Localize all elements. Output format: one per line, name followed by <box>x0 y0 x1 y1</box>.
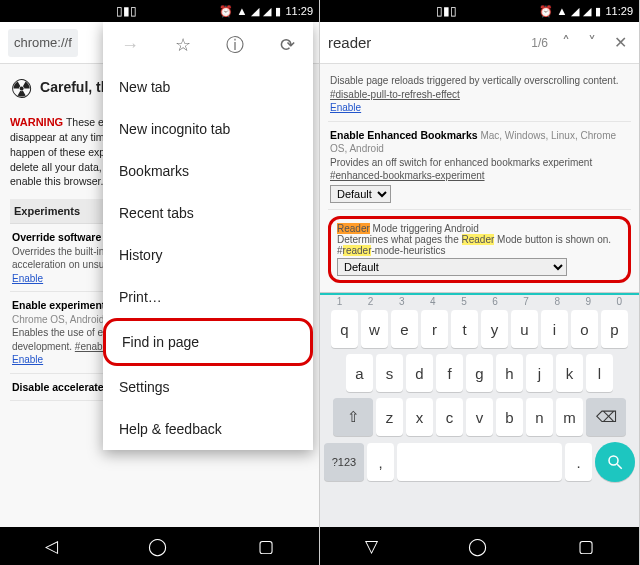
nav-bar: ▽ ◯ ▢ <box>320 527 639 565</box>
key-n[interactable]: n <box>526 398 553 436</box>
key-comma[interactable]: , <box>367 443 394 481</box>
wifi-icon: ▲ <box>237 5 248 17</box>
menu-help[interactable]: Help & feedback <box>103 408 313 450</box>
key-w[interactable]: w <box>361 310 388 348</box>
status-bar: ▯▮▯ ⏰ ▲ ◢ ◢ ▮ 11:29 <box>320 0 639 22</box>
find-prev-icon[interactable]: ˄ <box>558 33 574 52</box>
number-hint-row: 1234567890 <box>320 293 639 307</box>
key-period[interactable]: . <box>565 443 592 481</box>
warning-label: WARNING <box>10 116 63 128</box>
find-count: 1/6 <box>531 36 548 50</box>
key-u[interactable]: u <box>511 310 538 348</box>
flag-dropdown[interactable]: Default <box>337 258 567 276</box>
flag-item: Disable page reloads triggered by vertic… <box>328 68 631 122</box>
right-screen: ▯▮▯ ⏰ ▲ ◢ ◢ ▮ 11:29 1/6 ˄ ˅ ✕ Disable pa… <box>320 0 640 565</box>
nav-home-icon[interactable]: ◯ <box>148 536 167 557</box>
key-t[interactable]: t <box>451 310 478 348</box>
menu-print[interactable]: Print… <box>103 276 313 318</box>
find-input[interactable] <box>328 34 521 51</box>
highlight-match: Reader <box>462 234 495 245</box>
menu-bookmarks[interactable]: Bookmarks <box>103 150 313 192</box>
menu-find-in-page[interactable]: Find in page <box>103 318 313 366</box>
menu-new-incognito[interactable]: New incognito tab <box>103 108 313 150</box>
key-z[interactable]: z <box>376 398 403 436</box>
key-c[interactable]: c <box>436 398 463 436</box>
nav-recents-icon[interactable]: ▢ <box>578 536 594 557</box>
forward-icon[interactable]: → <box>121 35 139 56</box>
key-s[interactable]: s <box>376 354 403 392</box>
flag-enable-link[interactable]: Enable <box>12 273 43 284</box>
battery-icon: ▮ <box>595 5 601 18</box>
key-row-2: a s d f g h j k l <box>320 351 639 395</box>
nav-home-icon[interactable]: ◯ <box>468 536 487 557</box>
key-i[interactable]: i <box>541 310 568 348</box>
key-h[interactable]: h <box>496 354 523 392</box>
flag-dropdown[interactable]: Default <box>330 185 391 203</box>
menu-settings[interactable]: Settings <box>103 366 313 408</box>
key-d[interactable]: d <box>406 354 433 392</box>
star-icon[interactable]: ☆ <box>175 34 191 56</box>
flag-enable-link[interactable]: Enable <box>12 354 43 365</box>
key-f[interactable]: f <box>436 354 463 392</box>
reload-icon[interactable]: ⟳ <box>280 34 295 56</box>
key-shift[interactable]: ⇧ <box>333 398 373 436</box>
nav-recents-icon[interactable]: ▢ <box>258 536 274 557</box>
status-time: 11:29 <box>605 5 633 17</box>
flag-platforms: Android <box>444 223 478 234</box>
menu-icon-row: → ☆ ⓘ ⟳ <box>103 24 313 66</box>
alarm-icon: ⏰ <box>219 5 233 18</box>
highlighted-flag: Reader Mode triggering Android Determine… <box>328 216 631 283</box>
key-r[interactable]: r <box>421 310 448 348</box>
key-k[interactable]: k <box>556 354 583 392</box>
info-icon[interactable]: ⓘ <box>226 33 244 57</box>
menu-new-tab[interactable]: New tab <box>103 66 313 108</box>
status-time: 11:29 <box>285 5 313 17</box>
menu-recent-tabs[interactable]: Recent tabs <box>103 192 313 234</box>
nav-back-icon[interactable]: ▽ <box>365 536 378 557</box>
flag-desc: Disable page reloads triggered by vertic… <box>330 75 618 86</box>
wifi-icon: ▲ <box>557 5 568 17</box>
key-y[interactable]: y <box>481 310 508 348</box>
flag-hash: #disable-pull-to-refresh-effect <box>330 89 460 100</box>
page-content: Disable page reloads triggered by vertic… <box>320 64 639 292</box>
key-space[interactable] <box>397 443 562 481</box>
highlight-match: reader <box>343 245 372 256</box>
key-o[interactable]: o <box>571 310 598 348</box>
flag-desc: Provides an off switch for enhanced book… <box>330 157 592 168</box>
key-l[interactable]: l <box>586 354 613 392</box>
key-x[interactable]: x <box>406 398 433 436</box>
key-p[interactable]: p <box>601 310 628 348</box>
url-bar[interactable]: chrome://f <box>8 29 78 57</box>
key-q[interactable]: q <box>331 310 358 348</box>
key-row-1: q w e r t y u i o p <box>320 307 639 351</box>
flag-title: Enable Enhanced Bookmarks <box>330 129 478 141</box>
signal-icon: ◢ <box>251 5 259 18</box>
key-symbols[interactable]: ?123 <box>324 443 364 481</box>
key-search[interactable] <box>595 442 635 482</box>
key-v[interactable]: v <box>466 398 493 436</box>
flag-enable-link[interactable]: Enable <box>330 102 361 113</box>
find-bar: 1/6 ˄ ˅ ✕ <box>320 22 639 64</box>
flag-hash: #enhanced-bookmarks-experiment <box>330 170 485 181</box>
key-b[interactable]: b <box>496 398 523 436</box>
key-a[interactable]: a <box>346 354 373 392</box>
radiation-icon: ☢ <box>10 74 33 105</box>
key-j[interactable]: j <box>526 354 553 392</box>
vibrate-icon: ▯▮▯ <box>116 4 137 18</box>
find-close-icon[interactable]: ✕ <box>610 33 631 52</box>
overflow-menu: → ☆ ⓘ ⟳ New tab New incognito tab Bookma… <box>103 22 313 450</box>
nav-back-icon[interactable]: ◁ <box>45 536 58 557</box>
key-e[interactable]: e <box>391 310 418 348</box>
highlight-current: Reader <box>337 223 370 234</box>
key-row-3: ⇧ z x c v b n m ⌫ <box>320 395 639 439</box>
key-g[interactable]: g <box>466 354 493 392</box>
key-m[interactable]: m <box>556 398 583 436</box>
signal-icon: ◢ <box>571 5 579 18</box>
status-bar: ▯▮▯ ⏰ ▲ ◢ ◢ ▮ 11:29 <box>0 0 319 22</box>
key-backspace[interactable]: ⌫ <box>586 398 626 436</box>
vibrate-icon: ▯▮▯ <box>436 4 457 18</box>
find-next-icon[interactable]: ˅ <box>584 33 600 52</box>
battery-icon: ▮ <box>275 5 281 18</box>
menu-history[interactable]: History <box>103 234 313 276</box>
key-row-bottom: ?123 , . <box>320 439 639 485</box>
